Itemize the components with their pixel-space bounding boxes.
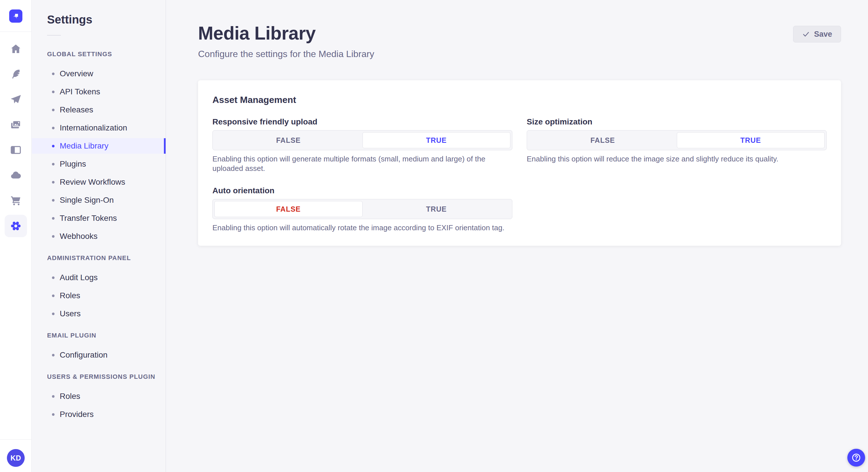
main-content: Media Library Configure the settings for… bbox=[166, 0, 868, 472]
sidebar-item-label: Roles bbox=[60, 291, 81, 300]
sidebar-item-label: Internationalization bbox=[60, 123, 127, 133]
item-bullet bbox=[52, 312, 55, 315]
app-root: KD Settings GLOBAL SETTINGSOverviewAPI T… bbox=[0, 0, 868, 472]
sidebar-item-internationalization[interactable]: Internationalization bbox=[32, 120, 166, 136]
asset-management-card: Asset Management Responsive friendly upl… bbox=[198, 80, 841, 246]
sidebar-item-label: Webhooks bbox=[60, 232, 98, 241]
sidebar-item-label: Providers bbox=[60, 410, 94, 419]
sidebar-section-administration-panel: ADMINISTRATION PANELAudit LogsRolesUsers bbox=[32, 255, 166, 322]
field-hint: Enabling this option will generate multi… bbox=[212, 154, 513, 173]
toggle-option-false[interactable]: FALSE bbox=[214, 132, 363, 148]
sidebar-item-single-sign-on[interactable]: Single Sign-On bbox=[32, 193, 166, 208]
strapi-logo-glyph bbox=[11, 11, 21, 21]
sidebar-section-global-settings: GLOBAL SETTINGSOverviewAPI TokensRelease… bbox=[32, 51, 166, 244]
item-bullet bbox=[52, 413, 55, 416]
toggle-auto-orientation: FALSETRUE bbox=[212, 199, 513, 219]
toggle-option-true[interactable]: TRUE bbox=[677, 132, 825, 148]
rail-divider bbox=[0, 439, 32, 440]
sidebar-item-label: Configuration bbox=[60, 350, 107, 360]
sidebar-item-transfer-tokens[interactable]: Transfer Tokens bbox=[32, 210, 166, 226]
item-bullet bbox=[52, 295, 55, 297]
sidebar-item-label: Media Library bbox=[60, 141, 108, 150]
field-label: Size optimization bbox=[527, 117, 827, 127]
home-icon[interactable] bbox=[9, 42, 23, 56]
sidebar-item-label: Transfer Tokens bbox=[60, 214, 117, 223]
question-mark-icon bbox=[851, 452, 861, 463]
field-hint: Enabling this option will reduce the ima… bbox=[527, 154, 827, 164]
sidebar-item-users[interactable]: Users bbox=[32, 306, 166, 322]
sidebar-item-media-library[interactable]: Media Library bbox=[32, 138, 166, 154]
sidebar-item-label: Review Workflows bbox=[60, 177, 125, 187]
sidebar-title: Settings bbox=[32, 0, 166, 26]
sidebar-title-divider bbox=[47, 35, 61, 36]
toggle-option-true[interactable]: TRUE bbox=[363, 132, 510, 148]
save-button[interactable]: Save bbox=[793, 26, 841, 42]
sidebar-item-roles[interactable]: Roles bbox=[32, 288, 166, 303]
sidebar-item-label: Single Sign-On bbox=[60, 196, 114, 205]
toggle-option-false[interactable]: FALSE bbox=[214, 201, 363, 217]
check-icon bbox=[802, 30, 810, 38]
sidebar-item-label: Roles bbox=[60, 392, 81, 401]
page-header: Media Library Configure the settings for… bbox=[166, 0, 868, 60]
sidebar-item-configuration[interactable]: Configuration bbox=[32, 347, 166, 363]
sidebar-item-label: Audit Logs bbox=[60, 273, 98, 282]
sidebar-item-overview[interactable]: Overview bbox=[32, 66, 166, 81]
item-bullet bbox=[52, 163, 55, 165]
main-nav-rail: KD bbox=[0, 0, 32, 472]
images-icon[interactable] bbox=[9, 118, 23, 132]
toggle-responsive-friendly-upload: FALSETRUE bbox=[212, 130, 513, 150]
cart-icon[interactable] bbox=[9, 194, 23, 207]
help-button[interactable] bbox=[847, 449, 865, 467]
item-bullet bbox=[52, 354, 55, 357]
field-responsive-friendly-upload: Responsive friendly uploadFALSETRUEEnabl… bbox=[212, 117, 513, 173]
item-bullet bbox=[52, 91, 55, 93]
item-bullet bbox=[52, 235, 55, 238]
page-subtitle: Configure the settings for the Media Lib… bbox=[198, 48, 841, 60]
field-size-optimization: Size optimizationFALSETRUEEnabling this … bbox=[527, 117, 827, 173]
item-bullet bbox=[52, 217, 55, 220]
send-icon[interactable] bbox=[9, 93, 23, 106]
settings-gear-icon[interactable] bbox=[5, 215, 27, 237]
sidebar-section-email-plugin: EMAIL PLUGINConfiguration bbox=[32, 332, 166, 363]
settings-sidebar: Settings GLOBAL SETTINGSOverviewAPI Toke… bbox=[32, 0, 166, 472]
sidebar-item-roles[interactable]: Roles bbox=[32, 389, 166, 404]
item-bullet bbox=[52, 145, 55, 147]
item-bullet bbox=[52, 199, 55, 202]
field-auto-orientation: Auto orientationFALSETRUEEnabling this o… bbox=[212, 186, 513, 233]
sidebar-item-providers[interactable]: Providers bbox=[32, 407, 166, 422]
sidebar-section-label: EMAIL PLUGIN bbox=[47, 332, 166, 339]
field-hint: Enabling this option will automatically … bbox=[212, 223, 513, 233]
sidebar-section-label: GLOBAL SETTINGS bbox=[47, 51, 166, 57]
card-title: Asset Management bbox=[212, 94, 827, 105]
sidebar-item-label: Users bbox=[60, 309, 81, 318]
sidebar-item-api-tokens[interactable]: API Tokens bbox=[32, 84, 166, 100]
sidebar-item-review-workflows[interactable]: Review Workflows bbox=[32, 174, 166, 190]
feather-icon[interactable] bbox=[9, 67, 23, 81]
item-bullet bbox=[52, 127, 55, 129]
user-avatar[interactable]: KD bbox=[7, 449, 25, 467]
sidebar-section-label: ADMINISTRATION PANEL bbox=[47, 255, 166, 261]
item-bullet bbox=[52, 109, 55, 111]
field-label: Responsive friendly upload bbox=[212, 117, 513, 127]
layout-icon[interactable] bbox=[9, 143, 23, 157]
cloud-icon[interactable] bbox=[9, 168, 23, 182]
item-bullet bbox=[52, 276, 55, 279]
save-button-label: Save bbox=[814, 30, 832, 39]
sidebar-item-label: Overview bbox=[60, 69, 93, 78]
sidebar-item-plugins[interactable]: Plugins bbox=[32, 156, 166, 172]
sidebar-item-audit-logs[interactable]: Audit Logs bbox=[32, 270, 166, 285]
toggle-option-false[interactable]: FALSE bbox=[529, 132, 677, 148]
item-bullet bbox=[52, 72, 55, 75]
strapi-logo[interactable] bbox=[9, 9, 22, 23]
sidebar-item-webhooks[interactable]: Webhooks bbox=[32, 229, 166, 244]
sidebar-item-releases[interactable]: Releases bbox=[32, 102, 166, 117]
toggle-size-optimization: FALSETRUE bbox=[527, 130, 827, 150]
item-bullet bbox=[52, 181, 55, 183]
field-label: Auto orientation bbox=[212, 186, 513, 196]
sidebar-item-label: API Tokens bbox=[60, 87, 100, 96]
sidebar-item-label: Plugins bbox=[60, 160, 86, 169]
sidebar-item-label: Releases bbox=[60, 105, 93, 114]
sidebar-section-label: USERS & PERMISSIONS PLUGIN bbox=[47, 374, 166, 380]
item-bullet bbox=[52, 395, 55, 398]
toggle-option-true[interactable]: TRUE bbox=[363, 201, 510, 217]
